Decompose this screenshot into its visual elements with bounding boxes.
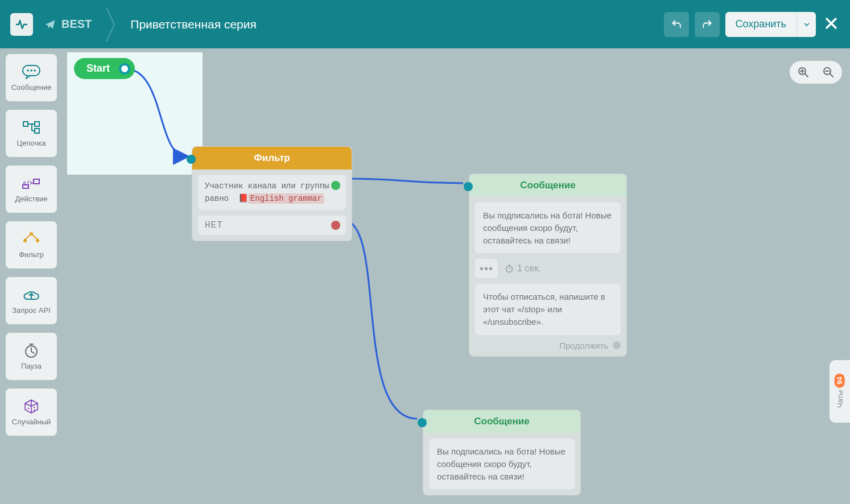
pause-icon <box>21 342 42 358</box>
svg-point-2 <box>30 69 32 72</box>
msg1-output-port[interactable] <box>613 341 621 349</box>
tool-sidebar: Сообщение Цепочка </> Действие Фильтр За… <box>6 54 57 436</box>
svg-rect-6 <box>35 129 39 133</box>
msg1-delay[interactable]: 1 сек. <box>505 263 541 274</box>
svg-point-10 <box>30 232 33 236</box>
svg-rect-5 <box>35 122 39 126</box>
chats-label: Чаты <box>836 390 844 408</box>
svg-rect-9 <box>23 185 28 188</box>
zoom-controls <box>790 61 842 84</box>
tool-label: Фильтр <box>19 250 44 259</box>
start-label: Start <box>86 63 110 74</box>
undo-button[interactable] <box>664 12 689 37</box>
tool-pause[interactable]: Пауза <box>6 333 57 380</box>
top-bar: BEST Приветственная серия Сохранить <box>0 0 850 48</box>
filter-yes-port[interactable] <box>331 181 340 190</box>
filter-condition-row[interactable]: Участник канала или группы равно 📕Englis… <box>198 175 346 210</box>
filter-op: равно <box>205 194 229 203</box>
top-actions: Сохранить <box>664 12 840 37</box>
tool-chain[interactable]: Цепочка <box>6 110 57 157</box>
zoom-out-button[interactable] <box>817 63 840 81</box>
breadcrumb: BEST Приветственная серия <box>44 7 257 42</box>
svg-rect-4 <box>23 122 28 126</box>
svg-point-12 <box>36 239 39 242</box>
tool-label: Пауза <box>21 362 42 370</box>
save-label: Сохранить <box>725 12 797 37</box>
msg1-text-1[interactable]: Вы подписались на бота! Новые сообщения … <box>475 203 621 253</box>
message-icon <box>21 64 42 80</box>
message-node-1[interactable]: Сообщение Вы подписались на бота! Новые … <box>469 173 627 357</box>
filter-input-port[interactable] <box>187 155 196 164</box>
save-dropdown-caret[interactable] <box>797 12 816 37</box>
msg1-input-port[interactable] <box>464 182 473 191</box>
tool-label: Сообщение <box>11 83 52 92</box>
filter-node-body: Участник канала или группы равно 📕Englis… <box>192 170 352 241</box>
action-icon: </> <box>21 175 42 191</box>
svg-point-11 <box>23 239 27 242</box>
continue-label: Продолжить <box>559 341 608 350</box>
msg2-input-port[interactable] <box>418 418 427 427</box>
filter-else-label: НЕТ <box>205 220 223 230</box>
stopwatch-icon <box>505 264 514 273</box>
msg1-continue[interactable]: Продолжить <box>475 341 621 350</box>
tool-label: Действие <box>15 195 47 203</box>
svg-point-3 <box>34 69 36 72</box>
api-icon <box>21 287 42 303</box>
zoom-in-button[interactable] <box>792 63 815 81</box>
book-icon: 📕 <box>238 194 248 203</box>
msg1-body: Вы подписались на бота! Новые сообщения … <box>469 197 626 356</box>
filter-field: Участник канала или группы <box>205 180 339 192</box>
msg2-title: Сообщение <box>423 410 580 433</box>
filter-no-port[interactable] <box>331 221 340 230</box>
chats-badge: 94 <box>835 373 845 387</box>
svg-point-14 <box>28 408 29 409</box>
flow-canvas[interactable]: Start Фильтр Участник канала или группы … <box>0 48 850 504</box>
msg1-delay-text: 1 сек. <box>517 263 541 274</box>
chain-icon <box>21 119 42 135</box>
tool-random[interactable]: Случайный <box>6 389 57 436</box>
save-button[interactable]: Сохранить <box>725 12 816 37</box>
msg2-text-1[interactable]: Вы подписались на бота! Новые сообщения … <box>429 439 575 489</box>
svg-point-1 <box>27 69 29 72</box>
msg2-body: Вы подписались на бота! Новые сообщения … <box>423 433 580 495</box>
svg-rect-8 <box>34 179 39 184</box>
filter-value: English grammar <box>248 193 324 204</box>
filter-else-row[interactable]: НЕТ <box>198 216 346 235</box>
msg1-options-button[interactable]: ••• <box>475 259 498 278</box>
start-node[interactable]: Start <box>74 58 135 79</box>
msg1-delay-row: ••• 1 сек. <box>475 259 621 278</box>
workspace: Сообщение Цепочка </> Действие Фильтр За… <box>0 48 850 504</box>
tool-filter[interactable]: Фильтр <box>6 221 57 268</box>
telegram-icon <box>44 19 56 30</box>
msg1-text-2[interactable]: Чтобы отписаться, напишите в этот чат «/… <box>475 284 621 334</box>
tool-action[interactable]: </> Действие <box>6 166 57 213</box>
tool-label: Цепочка <box>17 139 46 147</box>
app-logo[interactable] <box>10 13 33 36</box>
svg-point-16 <box>34 410 35 411</box>
msg1-title: Сообщение <box>469 174 626 197</box>
tool-api[interactable]: Запрос API <box>6 277 57 324</box>
filter-icon <box>21 231 42 247</box>
dice-icon <box>21 398 42 414</box>
start-output-port[interactable] <box>119 63 130 75</box>
redo-button[interactable] <box>695 12 720 37</box>
chats-tab[interactable]: 94 Чаты <box>830 360 850 423</box>
tool-label: Запрос API <box>12 306 51 315</box>
filter-node[interactable]: Фильтр Участник канала или группы равно … <box>192 146 352 241</box>
breadcrumb-bot[interactable]: BEST <box>44 18 92 31</box>
tool-message[interactable]: Сообщение <box>6 54 57 101</box>
message-node-2[interactable]: Сообщение Вы подписались на бота! Новые … <box>423 410 581 495</box>
tool-label: Случайный <box>12 418 51 426</box>
svg-point-15 <box>34 407 35 408</box>
filter-node-title: Фильтр <box>192 147 352 170</box>
breadcrumb-chevron-icon <box>105 7 117 42</box>
close-button[interactable] <box>825 15 837 34</box>
page-title: Приветственная серия <box>130 18 257 31</box>
bot-name: BEST <box>61 18 92 31</box>
